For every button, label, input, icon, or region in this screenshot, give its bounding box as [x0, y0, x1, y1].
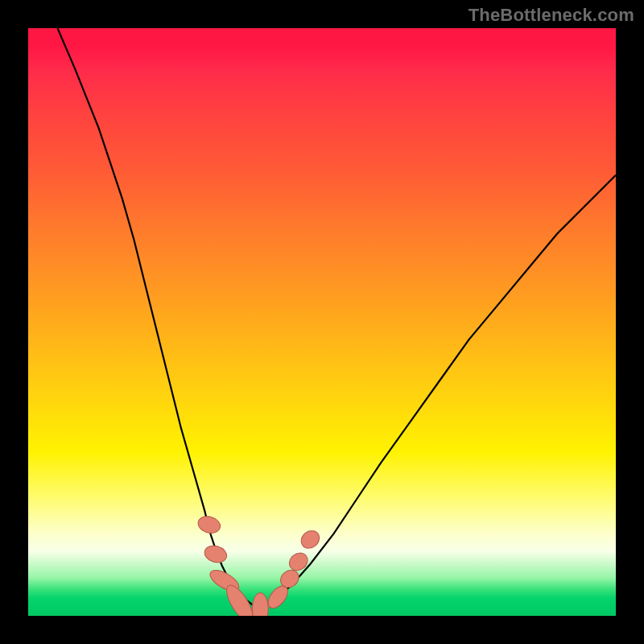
watermark-text: TheBottleneck.com [469, 5, 634, 26]
left-curve [58, 28, 258, 608]
data-marker [196, 514, 222, 535]
data-marker [298, 527, 323, 552]
data-marker [252, 592, 268, 616]
chart-frame: TheBottleneck.com [0, 0, 644, 644]
chart-svg [28, 28, 616, 616]
chart-plot-area [28, 28, 616, 616]
data-markers [196, 514, 323, 616]
data-marker [203, 543, 229, 565]
